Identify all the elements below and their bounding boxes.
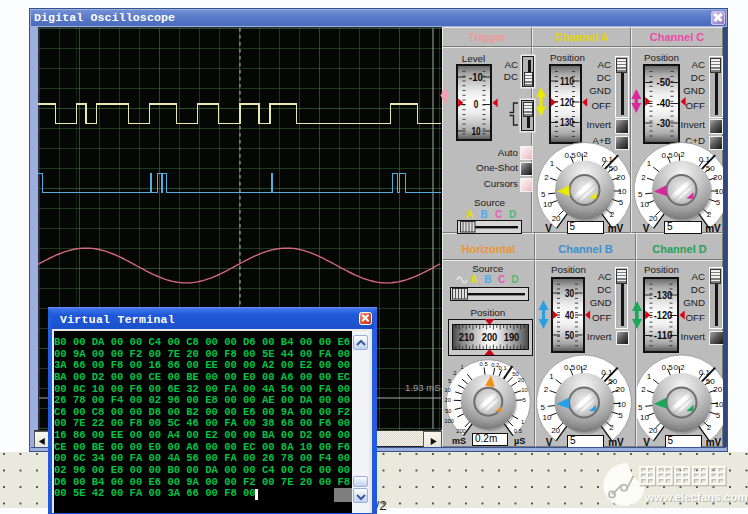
svg-text:www.elecfans.com: www.elecfans.com — [644, 491, 747, 503]
